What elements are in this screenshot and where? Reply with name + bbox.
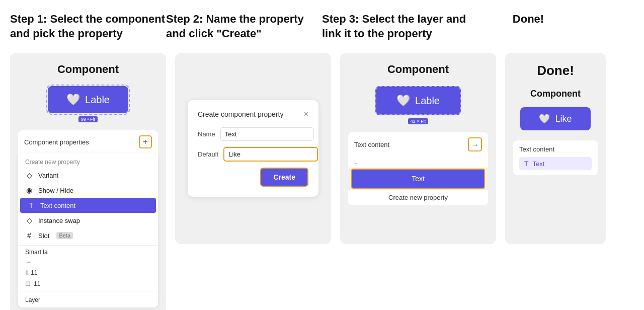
link-button[interactable]: →: [468, 137, 482, 151]
step2-col: Step 2: Name the property and click "Cre…: [166, 12, 322, 41]
create-new-prop-3: Create new property: [348, 190, 488, 205]
text-content-label: Text content: [354, 141, 389, 148]
panel-done: Done! Component 🤍 Like Text content T Te…: [505, 53, 606, 244]
panel-dialog: Create component property × Name Default…: [175, 53, 331, 244]
component-button-1[interactable]: 🤍 Lable: [48, 86, 128, 113]
panels-row: Component 🤍 Lable 99 • Fit Component pro…: [10, 53, 634, 310]
slot-label: Slot: [38, 232, 49, 240]
spacing-icon-1: ⦀: [25, 269, 28, 277]
panel4-title: Done!: [513, 63, 598, 79]
heart-icon-3: 🤍: [396, 94, 410, 107]
prop-row-1: →: [18, 257, 158, 267]
text-selected-label: Text: [412, 175, 425, 183]
prop-val-3: 11: [34, 280, 40, 287]
prop-row-3: ⊡ 11: [18, 278, 158, 289]
name-input[interactable]: [220, 127, 314, 141]
show-hide-icon: ◉: [25, 186, 33, 194]
create-button[interactable]: Create: [260, 168, 308, 187]
t-icon: T: [524, 160, 529, 168]
smart-la-row: Smart la: [18, 248, 158, 257]
default-field-row: Default: [198, 147, 308, 162]
done-tc-label: Text content: [519, 145, 592, 153]
panel1-title: Component: [18, 63, 158, 76]
panel-component-1: Component 🤍 Lable 99 • Fit Component pro…: [10, 53, 166, 310]
done-button-label: Like: [555, 114, 572, 124]
text-selected-row[interactable]: Text: [351, 169, 485, 189]
create-new-label: Create new property: [18, 157, 158, 168]
link-icon: →: [471, 140, 479, 149]
dropdown-variant[interactable]: ◇ Variant: [18, 168, 158, 183]
plus-icon: +: [143, 137, 147, 146]
dialog-title: Create component property: [198, 110, 283, 118]
layer-item: L: [348, 157, 488, 168]
text-content-label: Text content: [40, 202, 75, 209]
panel3-title: Component: [348, 63, 488, 76]
step3-title: Step 3: Select the layer and link it to …: [322, 12, 478, 41]
prop-row-2: ⦀ 11: [18, 267, 158, 278]
default-label: Default: [198, 150, 218, 158]
component-button-3[interactable]: 🤍 Lable: [375, 86, 461, 115]
spacing-icon-2: ⊡: [25, 280, 31, 287]
variant-icon: ◇: [25, 171, 33, 179]
dropdown-text-content[interactable]: T Text content: [20, 198, 156, 213]
arrow-icon-1: →: [25, 258, 32, 266]
component-properties-panel: Component properties + Create new proper…: [18, 130, 158, 307]
button-label-3: Lable: [415, 95, 440, 107]
layer-item-label: L: [354, 159, 358, 166]
props-header: Component properties +: [18, 130, 158, 153]
heart-icon-4: 🤍: [539, 113, 550, 124]
divider-2: [18, 291, 158, 291]
steps-header: Step 1: Select the component and pick th…: [10, 12, 634, 41]
name-field-row: Name: [198, 127, 308, 141]
step1-title: Step 1: Select the component and pick th…: [10, 12, 166, 41]
dropdown-show-hide[interactable]: ◉ Show / Hide: [18, 183, 158, 198]
name-label: Name: [198, 130, 215, 138]
done-component-button[interactable]: 🤍 Like: [520, 107, 591, 130]
instance-swap-label: Instance swap: [38, 217, 80, 224]
text-content-panel: Text content → L Text Create new propert…: [348, 132, 488, 205]
step1-col: Step 1: Select the component and pick th…: [10, 12, 166, 41]
done-text-badge: T Text: [519, 157, 592, 170]
fit-badge-1: 99 • Fit: [78, 116, 98, 122]
prop-val-2: 11: [31, 269, 37, 276]
plus-button[interactable]: +: [139, 135, 152, 148]
dialog-header: Create component property ×: [198, 110, 308, 118]
step3-col: Step 3: Select the layer and link it to …: [322, 12, 478, 41]
heart-icon-1: 🤍: [66, 93, 80, 106]
done-text-content: Text content T Text: [513, 140, 598, 175]
step2-title: Step 2: Name the property and click "Cre…: [166, 12, 322, 41]
props-header-label: Component properties: [24, 138, 89, 146]
slot-icon: #: [25, 231, 33, 240]
done-text-value: Text: [533, 160, 545, 168]
button-label-1: Lable: [85, 94, 110, 106]
smart-la-label: Smart la: [25, 249, 48, 256]
variant-label: Variant: [38, 172, 58, 179]
dropdown-slot[interactable]: # Slot Beta: [18, 228, 158, 243]
layer-label: Layer: [18, 293, 158, 304]
dropdown-instance-swap[interactable]: ◇ Instance swap: [18, 213, 158, 228]
text-content-row: Text content →: [348, 132, 488, 157]
step4-col: Done!: [478, 12, 579, 27]
text-content-icon: T: [27, 201, 35, 209]
instance-swap-icon: ◇: [25, 216, 33, 224]
divider-1: [18, 245, 158, 246]
panel-select-layer: Component 🤍 Lable 42 × Fit Text content …: [340, 53, 496, 244]
component-frame: 🤍 Lable: [48, 86, 128, 113]
dropdown-menu: Create new property ◇ Variant ◉ Show / H…: [18, 153, 158, 307]
slot-beta-badge: Beta: [56, 232, 73, 239]
dialog-box: Create component property × Name Default…: [188, 100, 318, 197]
show-hide-label: Show / Hide: [38, 187, 73, 194]
close-button[interactable]: ×: [304, 110, 308, 118]
panel4-component-title: Component: [513, 89, 598, 99]
fit-badge-3: 42 × Fit: [408, 118, 428, 124]
create-new-prop-label: Create new property: [388, 194, 448, 201]
default-input[interactable]: [223, 147, 318, 162]
step4-title: Done!: [478, 12, 579, 27]
